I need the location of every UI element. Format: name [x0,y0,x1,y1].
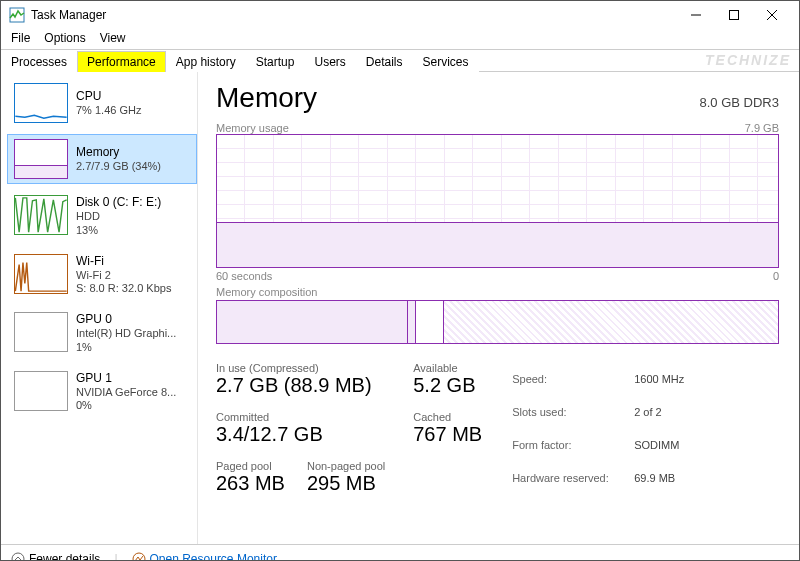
app-icon [9,7,25,23]
chart-max: 7.9 GB [745,122,779,134]
kv-speed-label: Speed: [512,364,632,395]
open-resource-monitor-link[interactable]: Open Resource Monitor [132,552,277,561]
tab-details[interactable]: Details [356,51,413,72]
comp-seg-standby [416,301,444,343]
stat-paged-label: Paged pool [216,460,285,472]
comp-seg-free [444,301,778,343]
tab-processes[interactable]: Processes [1,51,77,72]
footer-bar: Fewer details | Open Resource Monitor [1,544,799,561]
sidebar-item-gpu0[interactable]: GPU 0 Intel(R) HD Graphi... 1% [7,307,197,360]
sidebar-item-label: Disk 0 (C: F: E:) [76,195,190,210]
tab-performance[interactable]: Performance [77,51,166,72]
stat-nonpaged-value: 295 MB [307,472,385,495]
memory-thumb-icon [14,139,68,179]
memory-usage-chart[interactable] [216,134,779,268]
stat-available-label: Available [413,362,482,374]
chart-axis-left: 60 seconds [216,270,272,282]
content-area: CPU 7% 1.46 GHz Memory 2.7/7.9 GB (34%) … [1,72,799,544]
tab-startup[interactable]: Startup [246,51,305,72]
sidebar-item-wifi[interactable]: Wi-Fi Wi-Fi 2 S: 8.0 R: 32.0 Kbps [7,249,197,302]
sidebar-item-label: GPU 1 [76,371,190,386]
sidebar-item-disk[interactable]: Disk 0 (C: F: E:) HDD 13% [7,190,197,243]
kv-hw-label: Hardware reserved: [512,462,632,493]
menu-view[interactable]: View [100,31,126,45]
stat-paged-value: 263 MB [216,472,285,495]
performance-sidebar: CPU 7% 1.46 GHz Memory 2.7/7.9 GB (34%) … [1,72,197,544]
chart-caption: Memory usage [216,122,289,134]
maximize-button[interactable] [715,3,753,27]
sidebar-item-memory[interactable]: Memory 2.7/7.9 GB (34%) [7,134,197,184]
title-bar: Task Manager [1,1,799,29]
window-controls [677,3,791,27]
resmon-label: Open Resource Monitor [150,552,277,561]
sidebar-item-label: GPU 0 [76,312,190,327]
gpu0-thumb-icon [14,312,68,352]
gpu1-thumb-icon [14,371,68,411]
stat-available-value: 5.2 GB [413,374,482,397]
menu-options[interactable]: Options [44,31,85,45]
memory-capacity: 8.0 GB DDR3 [700,95,779,110]
cpu-thumb-icon [14,83,68,123]
kv-slots-value: 2 of 2 [634,397,684,428]
page-title: Memory [216,82,317,114]
kv-form-label: Form factor: [512,430,632,461]
kv-speed-value: 1600 MHz [634,364,684,395]
sidebar-item-sub2: 13% [76,224,190,238]
menu-file[interactable]: File [11,31,30,45]
memory-composition-chart[interactable] [216,300,779,344]
sidebar-item-sub2: S: 8.0 R: 32.0 Kbps [76,282,190,296]
stat-cached-label: Cached [413,411,482,423]
sidebar-item-sub: 7% 1.46 GHz [76,104,190,118]
sidebar-item-cpu[interactable]: CPU 7% 1.46 GHz [7,78,197,128]
comp-seg-inuse [217,301,408,343]
sidebar-item-label: Memory [76,145,190,160]
sidebar-item-label: CPU [76,89,190,104]
chart-axis-right: 0 [773,270,779,282]
footer-separator: | [114,552,117,561]
wifi-thumb-icon [14,254,68,294]
resmon-icon [132,552,146,561]
kv-hw-value: 69.9 MB [634,462,684,493]
kv-form-value: SODIMM [634,430,684,461]
stat-committed-label: Committed [216,411,385,423]
sidebar-item-sub: Wi-Fi 2 [76,269,190,283]
sidebar-item-gpu1[interactable]: GPU 1 NVIDIA GeForce 8... 0% [7,366,197,419]
svg-rect-2 [730,11,739,20]
fewer-details-label: Fewer details [29,552,100,561]
tab-services[interactable]: Services [413,51,479,72]
stat-inuse-value: 2.7 GB (88.9 MB) [216,374,385,397]
svg-point-6 [133,553,145,561]
tab-apphistory[interactable]: App history [166,51,246,72]
memory-info-table: Speed:1600 MHz Slots used:2 of 2 Form fa… [510,362,686,495]
menu-bar: File Options View [1,29,799,49]
tab-strip: Processes Performance App history Startu… [1,49,799,72]
fewer-details-button[interactable]: Fewer details [11,552,100,561]
chevron-up-circle-icon [11,552,25,561]
disk-thumb-icon [14,195,68,235]
tab-users[interactable]: Users [304,51,355,72]
sidebar-item-sub: HDD [76,210,190,224]
close-button[interactable] [753,3,791,27]
sidebar-item-sub: 2.7/7.9 GB (34%) [76,160,190,174]
stat-inuse-label: In use (Compressed) [216,362,385,374]
sidebar-item-sub: Intel(R) HD Graphi... [76,327,190,341]
sidebar-item-label: Wi-Fi [76,254,190,269]
sidebar-item-sub: NVIDIA GeForce 8... [76,386,190,400]
watermark: TECHNIZE [705,52,791,68]
stat-nonpaged-label: Non-paged pool [307,460,385,472]
composition-caption: Memory composition [216,286,317,298]
stat-cached-value: 767 MB [413,423,482,446]
stat-committed-value: 3.4/12.7 GB [216,423,385,446]
window-title: Task Manager [31,8,677,22]
minimize-button[interactable] [677,3,715,27]
sidebar-item-sub2: 1% [76,341,190,355]
sidebar-item-sub2: 0% [76,399,190,413]
main-panel: Memory 8.0 GB DDR3 Memory usage 7.9 GB 6… [198,72,799,544]
comp-seg-modified [408,301,416,343]
stats-block: In use (Compressed) 2.7 GB (88.9 MB) Com… [216,362,779,495]
memory-usage-fill [217,222,778,267]
kv-slots-label: Slots used: [512,397,632,428]
